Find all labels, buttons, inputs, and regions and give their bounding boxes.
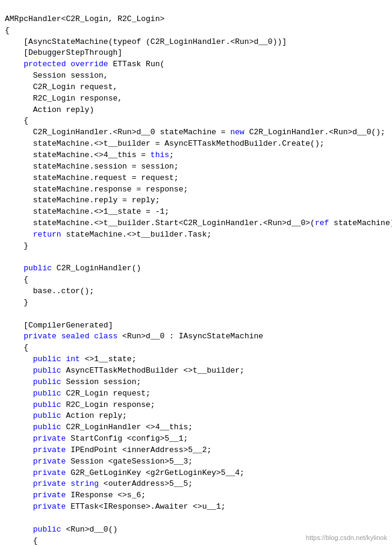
code-token: stateMachine.request = request; — [5, 173, 179, 182]
code-line: stateMachine.<>1__state = -1; — [0, 206, 392, 218]
code-token: <outerAddress>5__5; — [99, 479, 193, 488]
code-token: C2R_Login request, — [5, 82, 117, 92]
code-line: { — [0, 275, 392, 286]
code-token: stateMachine.<>t__builder = AsyncETTaskM… — [5, 139, 325, 148]
code-token: C2R_LoginHandler <>4__this; — [61, 423, 193, 432]
code-token — [5, 479, 33, 488]
code-line: private Session <gateSession>5__3; — [0, 456, 392, 468]
code-token: int — [66, 355, 79, 364]
code-line: private G2R_GetLoginKey <g2rGetLoginKey>… — [0, 468, 392, 479]
code-line: [AsyncStateMachine(typeof (C2R_LoginHand… — [0, 37, 392, 48]
code-line: public C2R_LoginHandler() — [0, 263, 392, 275]
code-token: <Run>d__0() — [61, 525, 118, 534]
code-token: string — [70, 479, 99, 488]
code-line: private IPEndPoint <innerAddress>5__2; — [0, 445, 392, 456]
code-token: IResponse <>s_6; — [66, 491, 146, 500]
code-token — [5, 366, 33, 375]
code-line: stateMachine.reply = reply; — [0, 195, 392, 206]
code-line: private ETTask<IResponse>.Awaiter <>u__1… — [0, 501, 392, 513]
code-token — [5, 468, 33, 477]
code-token: public — [33, 411, 61, 420]
code-token: public — [23, 264, 52, 273]
code-token: protected — [23, 60, 66, 69]
code-token: this — [151, 150, 169, 160]
code-line: public Action reply; — [0, 411, 392, 422]
code-token: private — [33, 434, 66, 443]
code-line: public Session session; — [0, 377, 392, 388]
code-token: } — [5, 298, 28, 307]
code-token: stateMachine.reply = reply; — [5, 196, 160, 205]
code-token: public — [33, 423, 61, 432]
code-token — [5, 445, 33, 454]
code-token: return — [33, 230, 61, 239]
code-token: private — [33, 445, 66, 454]
code-container: AMRpcHandler<C2R_Login, R2C_Login>{ [Asy… — [0, 0, 392, 546]
code-token: public — [33, 400, 61, 409]
code-line: [CompilerGenerated] — [0, 320, 392, 332]
code-token: ETTask Run( — [108, 60, 165, 69]
code-line: stateMachine.response = response; — [0, 184, 392, 196]
code-token: public — [33, 366, 61, 375]
code-line: public int <>1__state; — [0, 354, 392, 365]
code-token — [5, 230, 33, 239]
code-token: R2C_Login response; — [61, 400, 155, 409]
code-token: stateMachine.session = session; — [5, 162, 179, 171]
code-token — [5, 355, 33, 364]
code-token: C2R_LoginHandler.<Run>d__0 stateMachine … — [5, 128, 230, 137]
code-line: private IResponse <>s_6; — [0, 490, 392, 501]
code-line: C2R_LoginHandler.<Run>d__0 stateMachine … — [0, 127, 392, 138]
code-token: { — [5, 26, 10, 35]
code-token: <Run>d__0 : IAsyncStateMachine — [117, 332, 263, 341]
code-line: Action reply) — [0, 105, 392, 116]
code-token: public — [33, 377, 61, 386]
code-line: private sealed class <Run>d__0 : IAsyncS… — [0, 331, 392, 343]
code-token: public — [33, 525, 61, 534]
code-line: Session session, — [0, 70, 392, 82]
code-token — [5, 525, 33, 534]
code-line: private string <outerAddress>5__5; — [0, 479, 392, 490]
code-token: private — [23, 332, 57, 341]
code-token: G2R_GetLoginKey <g2rGetLoginKey>5__4; — [66, 468, 244, 477]
code-token: } — [5, 241, 28, 250]
code-token: R2C_Login response, — [5, 94, 122, 103]
watermark: https://blog.csdn.net/kylinok — [306, 534, 387, 541]
code-token — [57, 332, 61, 341]
code-token: private — [33, 468, 66, 477]
code-token: IPEndPoint <innerAddress>5__2; — [66, 445, 211, 454]
code-token — [5, 377, 33, 386]
code-line: stateMachine.<>t__builder.Start<C2R_Logi… — [0, 218, 392, 229]
code-token: stateMachine.<>t__builder.Start<C2R_Logi… — [5, 219, 315, 228]
code-line: [DebuggerStepThrough] — [0, 48, 392, 59]
code-token: stateMachine.<>4__this = — [5, 150, 151, 160]
code-line: stateMachine.session = session; — [0, 161, 392, 173]
code-token — [5, 491, 33, 500]
code-token: public — [33, 389, 61, 398]
code-line: { — [0, 343, 392, 354]
code-token — [5, 434, 33, 443]
code-token: ; — [169, 150, 174, 160]
code-token: { — [5, 343, 28, 352]
code-token — [5, 423, 33, 432]
code-token — [5, 457, 33, 466]
code-line — [0, 309, 392, 320]
code-token: public — [33, 355, 61, 364]
code-line: public R2C_Login response; — [0, 400, 392, 411]
code-token: Action reply) — [5, 105, 94, 114]
code-line: } — [0, 241, 392, 252]
code-token: { — [5, 536, 38, 545]
code-token: C2R_LoginHandler.<Run>d__0(); — [244, 128, 385, 137]
code-line: C2R_Login request, — [0, 82, 392, 93]
code-line: } — [0, 297, 392, 309]
code-token — [5, 411, 33, 420]
code-token — [5, 332, 23, 341]
code-token: [CompilerGenerated] — [5, 321, 113, 330]
code-token: Session session, — [5, 71, 108, 80]
code-line: { — [0, 116, 392, 127]
code-line: { — [0, 25, 392, 37]
code-line: base..ctor(); — [0, 286, 392, 297]
code-token: sealed — [61, 332, 90, 341]
code-line: R2C_Login response, — [0, 93, 392, 105]
code-token: private — [33, 479, 66, 488]
code-token: AsyncETTaskMethodBuilder <>t__builder; — [61, 366, 244, 375]
code-token: new — [230, 128, 244, 137]
